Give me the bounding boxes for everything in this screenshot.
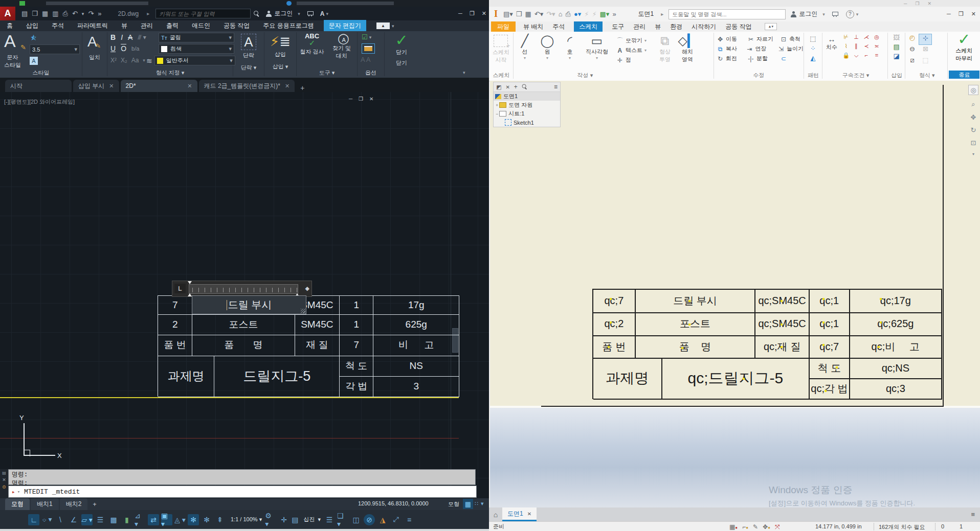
inv-drawing-canvas[interactable]: qc;7 드릴 부시 qc;SM45C qc;1 qc;17g qc;2 포스트… [490,81,980,507]
method-label-cell[interactable]: 각 법 [340,376,373,397]
table-header-cell[interactable]: 품 명 [636,335,756,359]
table-header-cell[interactable]: 품 번 [593,335,636,359]
model-space-label[interactable]: 모형 [448,500,459,508]
horizontal-constraint-icon[interactable]: ⌐ [861,52,872,61]
tab-annotate[interactable]: 주석 [552,21,565,32]
annotative-icon[interactable]: ⯪ [31,34,37,41]
autodesk-a360-icon[interactable]: A [320,10,325,17]
command-grip-icon[interactable]: ▤ [2,471,6,475]
panel-create-label[interactable]: 작성 ▾ [514,72,657,79]
command-line[interactable]: ▸ ▾ MTEDIT _mtedit [8,486,477,498]
paragraph-label[interactable]: 단락 [243,52,254,59]
tab-collaborate[interactable]: 공동 작업 [224,20,250,32]
customization-icon[interactable]: ≡ [404,514,415,525]
viewport-controls-label[interactable]: [-][평면도][2D 와이어프레임] [4,98,75,106]
ribbon-collapse-dropdown-icon[interactable]: ▾ [392,24,394,29]
line-button[interactable]: ╱ 선 ▾ [514,34,536,60]
tab-text-editor-active[interactable]: 문자 편집기 [324,20,366,32]
rectangle-button[interactable]: ▭ 직사각형 ▾ [581,34,613,60]
a360-dropdown-icon[interactable]: ▾ [326,11,328,16]
parallel-constraint-icon[interactable]: ∥ [851,43,861,52]
layout-tab-model-active[interactable]: 모형 [5,498,30,510]
offset-button[interactable]: ⊂ [779,54,789,63]
concentric-constraint-icon[interactable]: ◎ [872,34,882,43]
doc-arrow-icon[interactable]: ▸ [661,11,663,17]
smooth-constraint-icon[interactable]: ≺ [861,43,872,52]
circle-dropdown-icon[interactable]: ▾ [546,56,548,60]
parameter-icon[interactable]: ⚡ [584,10,589,18]
first-line-indent-marker[interactable] [188,281,192,284]
tab-manage[interactable]: 관리 [141,20,153,32]
hardware-acceleration-icon[interactable]: ◮ [377,514,388,525]
table-header-cell[interactable]: qc;재 질 [755,335,809,359]
mtext-value[interactable]: 드릴 부시 [228,298,272,312]
viewport-minimize-icon[interactable]: ─ [349,96,352,102]
scale-value-cell[interactable]: NS [373,356,459,377]
plot-icon[interactable]: ⎙ [63,10,68,18]
doc-tab-close-icon[interactable]: ✕ [527,511,531,517]
clean-screen-icon[interactable]: ⤢ [390,514,402,525]
panel-paragraph-label[interactable]: 단락 ▾ [241,64,257,72]
table-cell[interactable]: 625g [373,314,459,335]
move-button[interactable]: ✥이동 [716,34,746,44]
open-icon[interactable]: ❒ [516,10,522,18]
transparency-icon[interactable]: ▩ [108,514,119,525]
overline-button[interactable]: O [121,44,126,53]
file-tab-template[interactable]: 캐드 2급_템플릿(변경금지)*✕ [199,80,295,92]
app-store-cart-icon[interactable] [307,11,314,16]
bold-button[interactable]: B [110,33,116,41]
panel-constrain-label[interactable]: 구속조건 ▾ [822,72,889,79]
viewport-close-icon[interactable]: ✕ [369,96,373,102]
new-layout-icon[interactable]: + [93,501,96,508]
tab-tools[interactable]: 도구 [612,21,624,32]
command-history[interactable]: 명령: 명령: [8,469,476,485]
table-cell[interactable]: qc;SM45C [755,289,809,313]
panel-format-label[interactable]: 형식 ▾ [905,72,948,79]
units-icon[interactable]: ▤ [292,514,298,525]
fullnav-wheel-icon[interactable]: ◎ [968,85,978,95]
point-marker[interactable] [880,298,882,300]
dimension-button[interactable]: ↔ 치수 [822,35,841,51]
superscript-button[interactable]: X² [110,57,117,64]
print-icon[interactable]: ⎙ [565,10,570,18]
tab-view[interactable]: 뷰 [121,20,127,32]
circle-button[interactable]: ◯ 원 ▾ [536,34,559,60]
osnap-icon[interactable]: ▱ ▾ [81,514,93,525]
browser-item-sheet[interactable]: − 시트:1 [494,109,560,118]
panel-insert-label[interactable]: 삽입 [888,72,905,79]
tab-close-icon[interactable]: ✕ [285,83,289,89]
case-dropdown-icon[interactable]: ▾ [143,58,145,63]
point-marker[interactable] [781,324,783,326]
table-header-cell[interactable]: 7 [340,335,373,356]
maximize-icon[interactable]: ❒ [959,11,964,17]
viewport-restore-icon[interactable]: ❐ [359,96,363,102]
stretch-button[interactable]: ⇲늘이기 [777,44,804,54]
redo-icon[interactable]: ↷ [88,10,94,17]
centerline-toggle-icon[interactable]: ⊹ [919,34,932,45]
new-icon[interactable]: ▤ [21,10,28,17]
match-label[interactable]: 일치 [82,54,107,61]
lineweight-icon[interactable]: ☰ [95,514,106,525]
scale-label-cell[interactable]: 척 도 [340,356,373,377]
sketch-doctor-icon[interactable]: ✎ [753,523,758,530]
project-label-cell[interactable]: 과제명 [593,358,662,400]
project-title-cell[interactable]: qc;드릴지그-5 [662,358,810,400]
command-line-text[interactable]: MTEDIT _mtedit [24,488,80,496]
snap-toggle-icon[interactable]: ∷ ▾ [475,500,484,507]
save-icon[interactable]: ▦ [42,10,48,17]
insert-label[interactable]: 삽입 [275,51,286,58]
find-replace-button[interactable]: ◯A 찾기 및 대치 [327,32,356,60]
dynamic-input-icon[interactable]: ▣ ▾ [161,514,172,525]
grid-toggle-icon[interactable]: ▦ [463,499,473,509]
image-icon[interactable]: 🖼 [893,34,900,41]
coordinates-display[interactable]: 1200.9515, 46.8310, 0.0000 [358,500,429,506]
isolate-objects-icon[interactable]: ◫ [350,514,362,525]
lock-ui-icon[interactable]: ❏ ▾ [337,514,348,525]
close-editor-icon[interactable]: ✓ [395,32,408,49]
construction-geometry-icon[interactable]: ◴ [905,34,919,45]
table-cell[interactable]: SM45C [295,314,340,335]
perpendicular-constraint-icon[interactable]: ⊥ [851,34,861,43]
finish-sketch-button[interactable]: ✓ 스케치 마무리 [948,32,980,62]
point-marker[interactable] [610,298,612,300]
rectangular-pattern-icon[interactable]: ⬚ [810,35,816,42]
